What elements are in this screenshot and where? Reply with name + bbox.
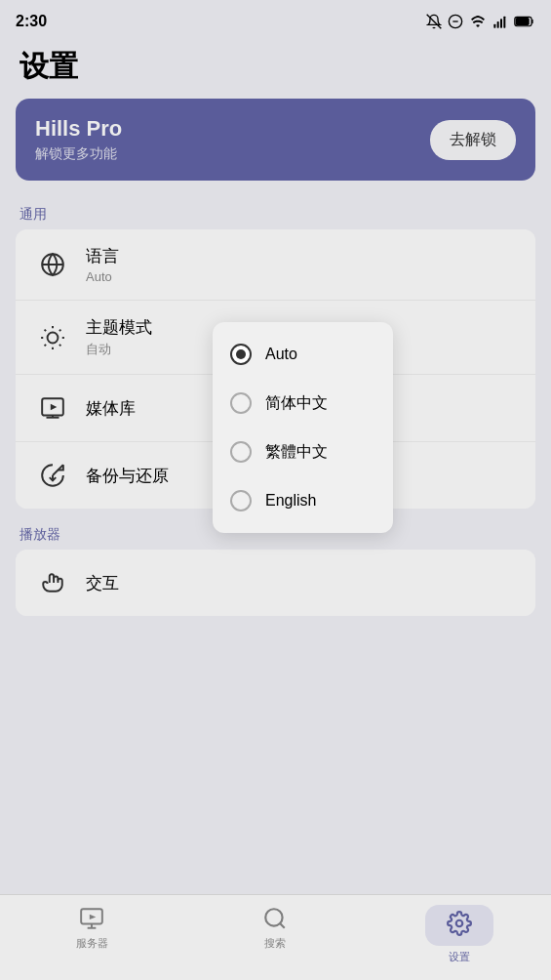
language-option-auto-label: Auto	[265, 346, 297, 363]
radio-simplified	[230, 392, 252, 414]
radio-auto	[230, 344, 252, 365]
language-option-traditional-label: 繁體中文	[265, 442, 328, 463]
language-option-auto[interactable]: Auto	[213, 330, 393, 379]
language-option-simplified-label: 简体中文	[265, 393, 328, 414]
radio-traditional	[230, 441, 252, 463]
radio-english	[230, 490, 252, 511]
language-dropdown: Auto 简体中文 繁體中文 English	[213, 322, 393, 533]
language-option-english[interactable]: English	[213, 476, 393, 525]
language-option-traditional[interactable]: 繁體中文	[213, 428, 393, 476]
language-option-simplified[interactable]: 简体中文	[213, 379, 393, 428]
language-option-english-label: English	[265, 492, 316, 510]
